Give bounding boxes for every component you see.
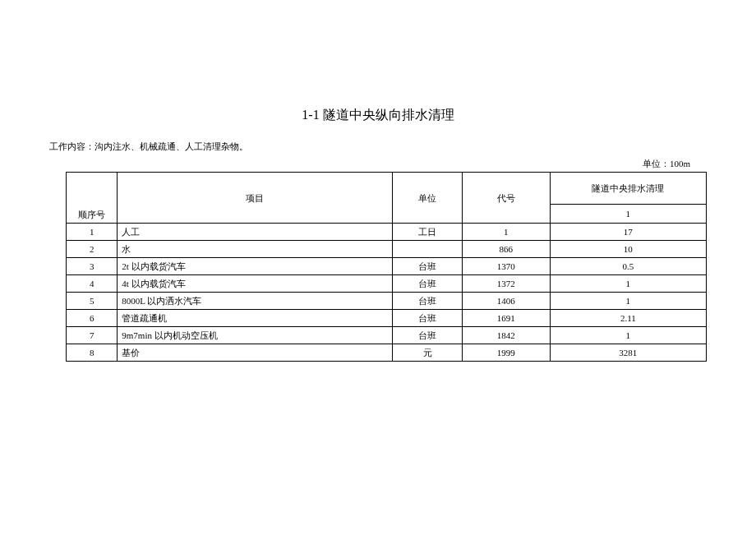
cell-item: 水 (118, 241, 393, 258)
cell-val: 2.11 (550, 310, 706, 327)
work-content-label: 工作内容：沟内注水、机械疏通、人工清理杂物。 (49, 141, 707, 153)
cell-val: 1 (550, 293, 706, 310)
cell-item: 人工 (118, 224, 393, 241)
cell-val: 1 (550, 275, 706, 293)
cell-val: 10 (550, 241, 706, 258)
cell-seq: 6 (67, 310, 118, 327)
cell-unit: 台班 (393, 275, 463, 293)
header-code: 代号 (462, 173, 550, 224)
table-row: 7 9m7min 以内机动空压机 台班 1842 1 (67, 327, 707, 344)
cell-unit: 台班 (393, 293, 463, 310)
cell-item: 8000L 以内洒水汽车 (118, 293, 393, 310)
header-seq: 顺序号 (67, 173, 118, 224)
cell-item: 4t 以内载货汽车 (118, 275, 393, 293)
cell-code: 1691 (462, 310, 550, 327)
document-title: 1-1 隧道中央纵向排水清理 (49, 107, 707, 124)
cell-item: 基价 (118, 344, 393, 362)
cell-seq: 7 (67, 327, 118, 344)
cell-val: 17 (550, 224, 706, 241)
cell-item: 2t 以内载货汽车 (118, 258, 393, 275)
cell-seq: 8 (67, 344, 118, 362)
cell-code: 1370 (462, 258, 550, 275)
cell-item: 管道疏通机 (118, 310, 393, 327)
table-row: 1 人工 工日 1 17 (67, 224, 707, 241)
cell-unit: 元 (393, 344, 463, 362)
cell-val: 1 (550, 327, 706, 344)
cell-item: 9m7min 以内机动空压机 (118, 327, 393, 344)
cell-code: 1372 (462, 275, 550, 293)
cell-seq: 4 (67, 275, 118, 293)
document-container: 1-1 隧道中央纵向排水清理 工作内容：沟内注水、机械疏通、人工清理杂物。 单位… (0, 0, 756, 362)
header-unit: 单位 (393, 173, 463, 224)
cell-code: 866 (462, 241, 550, 258)
cell-unit: 台班 (393, 327, 463, 344)
cell-val: 0.5 (550, 258, 706, 275)
cell-seq: 3 (67, 258, 118, 275)
cell-seq: 2 (67, 241, 118, 258)
cell-code: 1999 (462, 344, 550, 362)
table-row: 3 2t 以内载货汽车 台班 1370 0.5 (67, 258, 707, 275)
cell-seq: 1 (67, 224, 118, 241)
table-row: 8 基价 元 1999 3281 (67, 344, 707, 362)
header-group: 隧道中央排水清理 (550, 173, 706, 205)
cell-val: 3281 (550, 344, 706, 362)
cell-unit: 工日 (393, 224, 463, 241)
table-row: 2 水 866 10 (67, 241, 707, 258)
cell-unit: 台班 (393, 310, 463, 327)
unit-label: 单位：100m (49, 158, 707, 170)
cell-code: 1842 (462, 327, 550, 344)
cell-seq: 5 (67, 293, 118, 310)
table-row: 6 管道疏通机 台班 1691 2.11 (67, 310, 707, 327)
header-group-sub: 1 (550, 205, 706, 224)
header-item: 项目 (118, 173, 393, 224)
cell-unit: 台班 (393, 258, 463, 275)
table-body: 1 人工 工日 1 17 2 水 866 10 3 2t 以内载货汽车 台班 1… (67, 224, 707, 362)
cell-code: 1 (462, 224, 550, 241)
cell-code: 1406 (462, 293, 550, 310)
table-row: 5 8000L 以内洒水汽车 台班 1406 1 (67, 293, 707, 310)
data-table: 顺序号 项目 单位 代号 隧道中央排水清理 1 1 人工 工日 1 17 2 水 (66, 172, 707, 362)
table-row: 4 4t 以内载货汽车 台班 1372 1 (67, 275, 707, 293)
cell-unit (393, 241, 463, 258)
